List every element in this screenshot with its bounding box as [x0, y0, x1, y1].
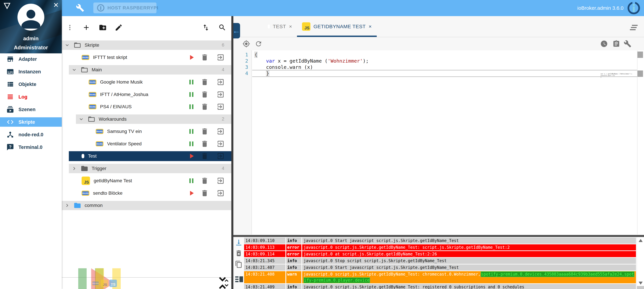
sidebar-item-adapter[interactable]: Adapter — [0, 54, 62, 64]
log-row[interactable]: 14:03:09.114errorjavascript.0 at script.… — [244, 251, 636, 257]
editor-scrollbar-thumb[interactable] — [638, 52, 643, 58]
pause-script-icon[interactable] — [187, 140, 196, 148]
log-resize-handle[interactable] — [233, 235, 644, 237]
delete-script-icon[interactable] — [200, 103, 209, 111]
log-scrollbar-thumb[interactable] — [637, 286, 644, 289]
pause-script-icon[interactable] — [187, 177, 196, 185]
tree-script-ps4-ein-aus[interactable]: blocklyPS4 / EIN/AUS — [62, 101, 231, 113]
add-script-icon[interactable] — [82, 24, 90, 32]
log-scroll-bottom-icon[interactable] — [235, 239, 242, 246]
delete-script-icon[interactable] — [200, 177, 209, 185]
tree-script-sendto-bl-cke[interactable]: blocklysendto Blöcke — [62, 187, 231, 200]
panel-splitter[interactable] — [231, 16, 233, 289]
new-folder-icon[interactable] — [99, 24, 107, 32]
open-script-icon[interactable] — [216, 128, 225, 136]
log-row[interactable]: 14:03:09.110infojavascript.0 Start javas… — [244, 238, 636, 244]
sidebar-item-node-red-0[interactable]: node-red.0 — [0, 130, 62, 139]
tree-folder-common[interactable]: common — [62, 200, 231, 212]
tree-folder-main[interactable]: Main4 — [62, 64, 231, 76]
sidebar-item-szenen[interactable]: Szenen — [0, 105, 62, 114]
tree-folder-skripte[interactable]: Skripte6 — [62, 39, 231, 51]
tree-script-iftt-athome-joshua[interactable]: blocklyIFTT / AtHome_Joshua — [62, 88, 231, 101]
log-clear-icon[interactable] — [235, 250, 242, 257]
pause-script-icon[interactable] — [187, 103, 196, 111]
sidebar-item-skripte[interactable]: Skripte — [0, 117, 62, 127]
log-copy-icon[interactable] — [235, 260, 242, 268]
more-menu-icon[interactable] — [66, 24, 74, 32]
close-drawer-icon[interactable]: ✕ — [53, 2, 59, 8]
tree-script-google-home-musik[interactable]: blocklyGoogle Home Musik — [62, 76, 231, 88]
open-script-icon[interactable] — [216, 53, 225, 62]
log-scrollbar[interactable] — [637, 237, 644, 289]
pause-script-icon[interactable] — [187, 78, 196, 86]
filter-js-icon[interactable]: JS — [101, 280, 108, 287]
open-script-icon[interactable] — [216, 152, 225, 160]
expand-all-icon[interactable] — [222, 278, 231, 288]
tree-script-ifttt-test-skript[interactable]: blocklyIFTTT test skript — [62, 51, 231, 64]
log-columns-icon[interactable] — [235, 274, 244, 284]
tree-script-getidbyname-test[interactable]: JSgetIdByName Test — [62, 175, 231, 187]
refresh-icon[interactable] — [255, 40, 262, 48]
log-row[interactable]: 14:03:09.113errorjavascript.0 script.js.… — [244, 244, 636, 250]
editor-code[interactable]: { var x = getIdByName ('Wohnzimmer'); co… — [254, 52, 369, 76]
chevron-right-icon[interactable] — [71, 166, 77, 172]
cron-icon[interactable] — [612, 40, 620, 48]
delete-script-icon[interactable] — [200, 53, 209, 62]
delete-script-icon[interactable] — [200, 90, 209, 98]
tree-folder-trigger[interactable]: Trigger4 — [62, 162, 231, 175]
log-scroll-down-icon[interactable] — [639, 282, 643, 285]
open-script-icon[interactable] — [216, 140, 225, 148]
sidebar-item-objekte[interactable]: Objekte — [0, 80, 62, 89]
delete-script-icon[interactable] — [200, 128, 209, 136]
delete-script-icon[interactable] — [200, 152, 209, 160]
filter-blockly-icon[interactable]: blockly — [92, 281, 100, 286]
tree-script-samsung-tv-ein[interactable]: blocklySamsung TV ein — [62, 125, 231, 138]
chevron-down-icon[interactable] — [64, 42, 70, 48]
run-script-icon[interactable] — [187, 152, 196, 160]
history-icon[interactable] — [600, 40, 608, 48]
log-row[interactable]: 14:03:21.409infojavascript.0 script.js.S… — [244, 284, 636, 289]
wrench-icon[interactable] — [76, 4, 84, 12]
run-script-icon[interactable] — [187, 189, 196, 197]
open-script-icon[interactable] — [216, 189, 225, 197]
pause-script-icon[interactable] — [187, 128, 196, 136]
filter-ts-icon[interactable]: TS — [110, 280, 117, 287]
tab-close-icon[interactable]: × — [369, 24, 372, 29]
chevron-right-icon[interactable] — [64, 202, 70, 208]
collapse-sidebar-button[interactable]: ← — [233, 23, 240, 38]
open-script-icon[interactable] — [216, 177, 225, 185]
settings-wrench-icon[interactable] — [624, 40, 632, 48]
delete-script-icon[interactable] — [200, 78, 209, 86]
open-script-icon[interactable] — [216, 103, 225, 111]
code-editor[interactable]: 1234 { var x = getIdByName ('Wohnzimmer'… — [233, 50, 644, 234]
log-row[interactable]: 14:03:21.408warnjavascript.0 script.js.S… — [244, 271, 636, 283]
delete-script-icon[interactable] — [200, 140, 209, 148]
log-row[interactable]: 14:03:21.407infojavascript.0 Start javas… — [244, 264, 636, 270]
tree-folder-workarounds[interactable]: Workarounds2 — [62, 113, 231, 125]
locate-icon[interactable] — [242, 40, 250, 48]
pause-script-icon[interactable] — [187, 90, 196, 98]
log-row[interactable]: 14:03:21.345infojavascript.0 Stop script… — [244, 258, 636, 264]
tree-script-ventilator-speed[interactable]: blocklyVentilator Speed — [62, 138, 231, 150]
delete-script-icon[interactable] — [200, 189, 209, 197]
run-script-icon[interactable] — [187, 53, 196, 62]
log-scroll-up-icon[interactable] — [639, 239, 643, 242]
tab-test[interactable]: blocklyTEST× — [263, 16, 297, 37]
host-button[interactable]: HOST RASPBERRYPI — [93, 2, 156, 13]
tabs-menu-icon[interactable] — [630, 25, 638, 30]
sidebar-item-terminal-0[interactable]: ?Terminal.0 — [0, 142, 62, 152]
editor-scrollbar[interactable] — [637, 50, 644, 234]
sort-icon[interactable] — [202, 24, 210, 32]
avatar[interactable] — [18, 4, 44, 30]
sidebar-item-instanzen[interactable]: Instanzen — [0, 67, 62, 76]
chevron-down-icon[interactable] — [78, 116, 84, 122]
tab-close-icon[interactable]: × — [289, 24, 292, 29]
tree-script-test[interactable]: blocklyTest — [62, 150, 231, 162]
open-script-icon[interactable] — [216, 90, 225, 98]
edit-icon[interactable] — [115, 24, 123, 32]
chevron-down-icon[interactable] — [71, 67, 77, 73]
sidebar-item-log[interactable]: Log — [0, 92, 62, 102]
tab-getidbyname-test[interactable]: JSGETIDBYNAME TEST× — [297, 16, 376, 37]
search-icon[interactable] — [218, 24, 226, 32]
filter-problem-icon[interactable] — [83, 258, 133, 289]
